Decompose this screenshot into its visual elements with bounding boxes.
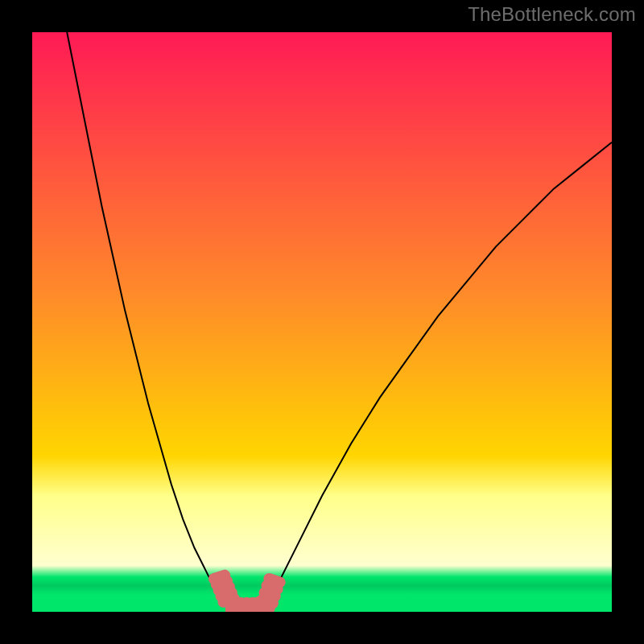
chart-frame: TheBottleneck.com bbox=[0, 0, 644, 644]
plot-area bbox=[32, 32, 612, 612]
gradient-background bbox=[32, 32, 612, 612]
plot-svg bbox=[32, 32, 612, 612]
watermark-text: TheBottleneck.com bbox=[468, 3, 636, 26]
